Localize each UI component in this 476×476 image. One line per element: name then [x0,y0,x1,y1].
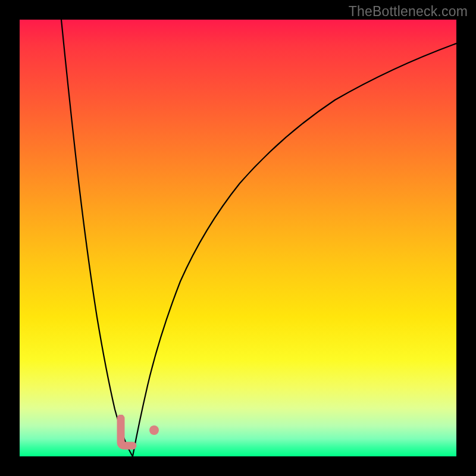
dot-marker [149,425,159,435]
watermark-text: TheBottleneck.com [349,4,468,20]
right-curve [133,43,456,456]
bottleneck-curves [20,20,456,456]
l-shape-marker [115,415,139,450]
outer-frame: TheBottleneck.com [0,0,476,476]
plot-area [20,20,456,456]
left-curve [61,20,133,456]
